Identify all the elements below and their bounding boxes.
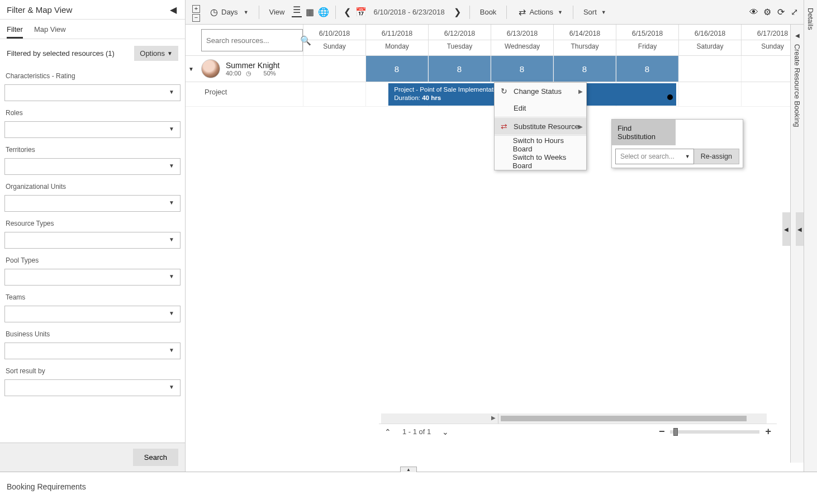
ctx-substitute-resource[interactable]: ⇄ Substitute Resource ▶ xyxy=(495,118,586,135)
filtered-summary-text: Filtered by selected resources (1) xyxy=(7,49,115,58)
resource-cell[interactable]: ▼ Summer Knight 40:00 ◷ 50% xyxy=(186,56,303,82)
col-header: 6/13/2018Wednesday xyxy=(491,25,553,55)
options-button[interactable]: Options ▼ xyxy=(134,46,178,61)
ctx-switch-weeks[interactable]: Switch to Weeks Board xyxy=(495,153,586,170)
refresh-icon[interactable]: ⟳ xyxy=(776,7,786,17)
capacity-cells: 8 8 8 8 8 xyxy=(303,56,804,82)
gear-icon[interactable]: ⚙ xyxy=(762,7,772,17)
zoom-in-icon[interactable]: + xyxy=(765,426,771,438)
schedule-date-header: 6/10/2018Sunday 6/11/2018Monday 6/12/201… xyxy=(303,25,804,55)
horizontal-scrollbar[interactable] xyxy=(381,413,767,424)
scroll-thumb[interactable] xyxy=(501,416,747,421)
zoom-control: − + xyxy=(659,426,771,438)
search-resources-box[interactable]: 🔍 xyxy=(201,29,303,51)
sort-result-select[interactable] xyxy=(4,379,180,396)
eye-icon[interactable]: 👁 xyxy=(749,7,759,17)
substitution-placeholder: Select or search... xyxy=(620,153,674,160)
resource-utilization: 50% xyxy=(264,70,276,77)
capacity-cell[interactable] xyxy=(303,56,365,82)
days-label: Days xyxy=(221,8,238,16)
map-view-icon[interactable]: 🌐 xyxy=(319,7,329,17)
chevron-right-icon: ▶ xyxy=(578,123,583,130)
col-header: 6/16/2018Saturday xyxy=(678,25,741,55)
ctx-change-status-label: Change Status xyxy=(514,87,562,96)
resource-types-select[interactable] xyxy=(4,232,180,249)
booking-duration-label: Duration: xyxy=(394,94,420,101)
collapse-handle-right-2[interactable]: ◀ xyxy=(796,212,804,246)
calendar-icon[interactable]: 📅 xyxy=(356,7,366,17)
characteristics-label: Characteristics - Rating xyxy=(4,72,180,80)
collapse-handle-right-1[interactable]: ◀ xyxy=(782,212,790,246)
clock-icon: ◷ xyxy=(209,7,219,17)
zoom-slider[interactable] xyxy=(670,430,759,434)
avatar xyxy=(201,59,220,78)
search-icon[interactable]: 🔍 xyxy=(300,35,311,46)
substitution-select[interactable]: Select or search... xyxy=(615,149,694,164)
booking-status-dot-icon xyxy=(667,94,673,100)
list-view-icon[interactable]: ☰ xyxy=(292,7,302,17)
roles-select[interactable] xyxy=(4,121,180,138)
resource-hours: 40:00 xyxy=(226,70,241,77)
col-header: 6/12/2018Tuesday xyxy=(428,25,491,55)
book-button[interactable]: Book xyxy=(477,6,500,18)
prev-icon[interactable]: ❮ xyxy=(343,7,353,17)
col-header: 6/10/2018Sunday xyxy=(303,25,365,55)
expand-all-icon[interactable]: + xyxy=(192,5,200,13)
capacity-cell[interactable]: 8 xyxy=(553,56,616,82)
reassign-button[interactable]: Re-assign xyxy=(694,149,739,164)
ctx-switch-hours-label: Switch to Hours Board xyxy=(513,136,581,153)
teams-label: Teams xyxy=(4,293,180,301)
pager-prev-icon[interactable]: ⌃ xyxy=(384,427,391,436)
sort-dropdown[interactable]: Sort ▼ xyxy=(580,6,610,18)
capacity-cell[interactable]: 8 xyxy=(616,56,678,82)
details-rail[interactable]: Details xyxy=(804,0,817,472)
zoom-thumb[interactable] xyxy=(673,428,678,436)
capacity-cell[interactable] xyxy=(678,56,741,82)
actions-dropdown[interactable]: ⇄ Actions ▼ xyxy=(514,5,566,20)
ctx-switch-hours[interactable]: Switch to Hours Board xyxy=(495,136,586,153)
tab-map-view[interactable]: Map View xyxy=(34,25,66,39)
fullscreen-icon[interactable]: ⤢ xyxy=(789,7,799,17)
collapse-left-icon[interactable]: ◀ xyxy=(168,4,178,15)
grid-view-icon[interactable]: ▦ xyxy=(305,7,315,17)
capacity-cell[interactable]: 8 xyxy=(491,56,553,82)
find-substitution-panel: Find Substitution Select or search... Re… xyxy=(611,119,743,168)
filter-panel: Filter & Map View ◀ Filter Map View Filt… xyxy=(0,0,186,472)
pager-bar: ⌃ 1 - 1 of 1 ⌄ − + xyxy=(379,424,777,439)
ctx-change-status[interactable]: ↻ Change Status ▶ xyxy=(495,83,586,99)
capacity-cell[interactable]: 8 xyxy=(365,56,428,82)
details-rail-label: Details xyxy=(804,0,817,38)
pager-next-icon[interactable]: ⌄ xyxy=(442,427,449,436)
search-row: Search xyxy=(0,443,185,472)
resource-row: ▼ Summer Knight 40:00 ◷ 50% 8 8 8 8 8 xyxy=(186,55,804,82)
zoom-out-icon[interactable]: − xyxy=(659,426,665,438)
ctx-edit[interactable]: Edit xyxy=(495,99,586,116)
ctx-edit-label: Edit xyxy=(514,104,526,112)
pool-types-select[interactable] xyxy=(4,269,180,286)
toolbar: + − ◷ Days ▼ View ☰ ▦ 🌐 ❮ 📅 6/10/2018 - … xyxy=(186,0,804,25)
search-button[interactable]: Search xyxy=(133,449,178,466)
divider xyxy=(506,6,507,19)
sort-label: Sort xyxy=(583,8,597,16)
next-icon[interactable]: ❯ xyxy=(453,7,463,17)
teams-select[interactable] xyxy=(4,306,180,322)
expand-resource-icon[interactable]: ▼ xyxy=(187,66,196,72)
chevron-down-icon: ▼ xyxy=(555,9,563,15)
search-resources-input[interactable] xyxy=(206,36,300,45)
days-dropdown[interactable]: ◷ Days ▼ xyxy=(206,5,252,20)
tab-filter[interactable]: Filter xyxy=(7,25,23,39)
date-range[interactable]: 6/10/2018 - 6/23/2018 xyxy=(369,8,449,16)
options-label: Options xyxy=(140,49,165,58)
resource-name: Summer Knight xyxy=(226,61,279,70)
org-units-select[interactable] xyxy=(4,195,180,212)
capacity-cell[interactable]: 8 xyxy=(428,56,491,82)
divider xyxy=(335,6,336,19)
characteristics-select[interactable] xyxy=(4,84,180,101)
collapse-all-icon[interactable]: − xyxy=(192,14,200,22)
filter-fields: Characteristics - Rating Roles Territori… xyxy=(0,68,185,443)
territories-select[interactable] xyxy=(4,158,180,175)
business-units-select[interactable] xyxy=(4,343,180,359)
chevron-down-icon: ▼ xyxy=(599,9,606,15)
expand-footer-icon[interactable]: ▲ xyxy=(400,467,417,472)
actions-label: Actions xyxy=(529,8,553,16)
